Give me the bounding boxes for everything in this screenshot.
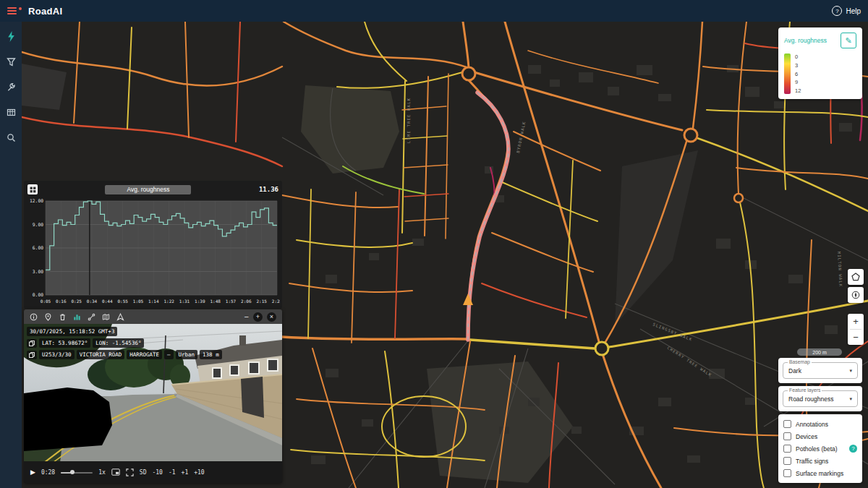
chart-columns-icon[interactable] <box>73 313 81 321</box>
minimize-panel-icon[interactable]: − <box>244 313 249 321</box>
layer-checkbox-devices[interactable]: Devices <box>783 432 857 440</box>
street-view-frame[interactable]: 30/07/2025, 15:18:52 GMT+3 LAT: 53.98672… <box>24 324 282 461</box>
chart-current-value: 11.36 <box>259 186 278 193</box>
svg-text:1:39: 1:39 <box>195 299 205 304</box>
layer-checkbox-surface-markings[interactable]: Surface markings <box>783 469 857 477</box>
basemap-select[interactable]: Basemap Dark ▾ <box>783 362 858 379</box>
close-panel-icon[interactable]: × <box>267 312 276 322</box>
checkbox[interactable] <box>783 469 791 477</box>
wrench-icon[interactable] <box>4 80 18 94</box>
zoom-out-button[interactable]: − <box>848 330 864 345</box>
skip-forward-1-button[interactable]: +1 <box>182 469 189 476</box>
filter-icon[interactable] <box>4 54 18 69</box>
road-code: U253/3/30 <box>39 350 75 359</box>
layers-column: Basemap Dark ▾ Feature layers Road rough… <box>778 358 862 483</box>
svg-text:3.00: 3.00 <box>33 269 43 274</box>
chart-title: Avg. roughness <box>105 185 191 194</box>
layer-toggles-card: Annotations Devices Potholes (beta) ? Tr… <box>778 414 862 483</box>
picture-in-picture-icon[interactable] <box>111 468 120 476</box>
layer-checkbox-potholes[interactable]: Potholes (beta) ? <box>783 445 857 453</box>
svg-text:0:16: 0:16 <box>56 299 67 304</box>
map-scale: 200 m <box>797 348 842 356</box>
play-button[interactable]: ▶ <box>30 468 35 476</box>
notification-dot <box>19 7 22 10</box>
environment-type: Urban <box>176 350 198 359</box>
measurements-lightning-icon[interactable] <box>4 29 18 43</box>
longitude-value: LON: -1.54536° <box>93 338 144 348</box>
playback-speed-button[interactable]: 1x <box>98 469 106 476</box>
reset-bearing-compass-button[interactable] <box>848 287 864 303</box>
playback-time: 0:28 <box>41 469 55 476</box>
roughness-chart-panel: Avg. roughness 11.36 0:050:160:250:340:4… <box>24 181 282 309</box>
chart-grid-button[interactable] <box>27 184 38 194</box>
frame-metadata-overlays: 30/07/2025, 15:18:52 GMT+3 LAT: 53.98672… <box>27 327 222 359</box>
draw-polygon-button[interactable] <box>848 269 864 285</box>
roughness-line-chart[interactable]: 0:050:160:250:340:440:551:051:141:221:31… <box>26 197 280 307</box>
svg-text:2:28: 2:28 <box>272 299 280 304</box>
left-sidebar <box>0 22 22 488</box>
legend-gradient <box>784 53 791 94</box>
svg-text:0:44: 0:44 <box>102 299 113 304</box>
svg-text:1:31: 1:31 <box>179 299 190 304</box>
checkbox[interactable] <box>783 445 791 453</box>
quality-button[interactable]: SD <box>140 469 147 476</box>
slider-knob[interactable] <box>70 470 75 474</box>
search-icon[interactable] <box>4 130 18 145</box>
checkbox[interactable] <box>783 420 791 428</box>
delete-trash-icon[interactable] <box>59 313 67 321</box>
svg-text:1:22: 1:22 <box>163 299 174 304</box>
svg-text:9.00: 9.00 <box>33 222 43 227</box>
fullscreen-icon[interactable] <box>126 468 134 476</box>
gps-navigation-icon[interactable] <box>116 313 124 321</box>
separator-dash: — <box>164 350 174 359</box>
media-panel: − + × <box>24 309 282 483</box>
svg-text:2:06: 2:06 <box>241 299 252 304</box>
svg-text:12.00: 12.00 <box>30 198 43 203</box>
app-title: RoadAI <box>28 6 62 17</box>
svg-text:1:57: 1:57 <box>226 299 237 304</box>
zoom-in-button[interactable]: + <box>848 314 864 329</box>
layer-checkbox-traffic-signs[interactable]: Traffic signs <box>783 457 857 465</box>
road-name: VICTORIA ROAD <box>77 350 125 359</box>
frame-timestamp: 30/07/2025, 15:18:52 GMT+3 <box>27 327 117 336</box>
seek-slider[interactable] <box>61 469 93 475</box>
chevron-down-icon: ▾ <box>849 368 852 374</box>
hamburger-menu-icon[interactable] <box>7 7 22 14</box>
map-icon[interactable] <box>102 313 110 321</box>
skip-back-10-button[interactable]: -10 <box>152 469 162 476</box>
help-button[interactable]: ? Help <box>832 6 861 16</box>
map-container: LIME TREE WALK BYRON WALK MILTON WALK SL… <box>22 22 868 488</box>
skip-forward-10-button[interactable]: +10 <box>194 469 204 476</box>
svg-text:1:14: 1:14 <box>148 299 159 304</box>
feature-layers-select[interactable]: Feature layers Road roughness ▾ <box>783 390 858 407</box>
svg-text:LIME TREE WALK: LIME TREE WALK <box>407 98 411 143</box>
edit-pencil-icon[interactable]: ✎ <box>841 33 856 48</box>
svg-text:0.00: 0.00 <box>33 292 43 297</box>
zoom-in-media-icon[interactable]: + <box>253 312 263 322</box>
svg-text:0:05: 0:05 <box>41 299 51 304</box>
svg-text:1:05: 1:05 <box>133 299 144 304</box>
table-icon[interactable] <box>4 105 18 119</box>
video-controls: ▶ 0:28 1x SD -10 -1 +1 +10 <box>24 461 282 483</box>
hamburger-bars <box>7 7 17 14</box>
copy-coordinates-icon[interactable] <box>27 339 37 348</box>
municipality: HARROGATE <box>127 350 162 359</box>
skip-back-1-button[interactable]: -1 <box>169 469 176 476</box>
topbar: RoadAI ? Help <box>0 0 868 22</box>
info-icon[interactable] <box>30 313 38 321</box>
legend-metric-button[interactable]: Avg. roughness <box>784 37 827 44</box>
checkbox[interactable] <box>783 432 791 440</box>
potholes-help-icon[interactable]: ? <box>849 445 857 453</box>
route-share-icon[interactable] <box>88 313 95 321</box>
svg-text:0:55: 0:55 <box>117 299 128 304</box>
location-pin-icon[interactable] <box>44 313 52 321</box>
checkbox[interactable] <box>783 457 791 465</box>
legend-ticks: 03 69 12 <box>795 53 801 94</box>
svg-text:6.00: 6.00 <box>33 245 43 250</box>
copy-road-info-icon[interactable] <box>27 351 37 359</box>
svg-text:2:15: 2:15 <box>256 299 267 304</box>
feature-layers-card: Feature layers Road roughness ▾ <box>778 386 862 411</box>
layer-checkbox-annotations[interactable]: Annotations <box>783 420 857 428</box>
svg-text:1:48: 1:48 <box>210 299 221 304</box>
media-toolbar: − + × <box>24 309 282 324</box>
